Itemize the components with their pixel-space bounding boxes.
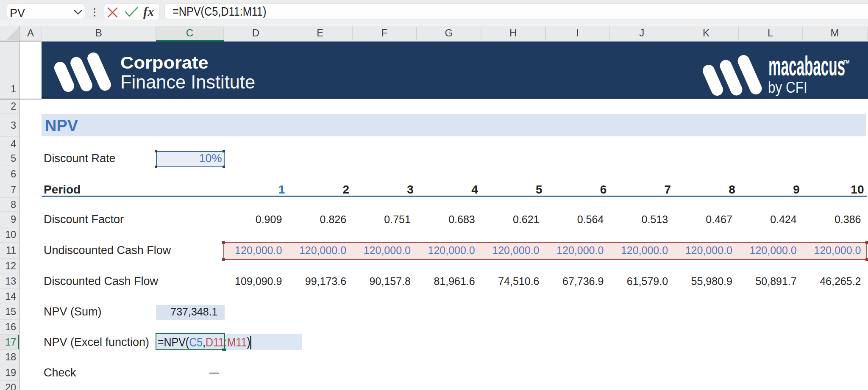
svg-text:macabacus: macabacus: [768, 53, 845, 78]
svg-text:TM: TM: [843, 60, 849, 64]
